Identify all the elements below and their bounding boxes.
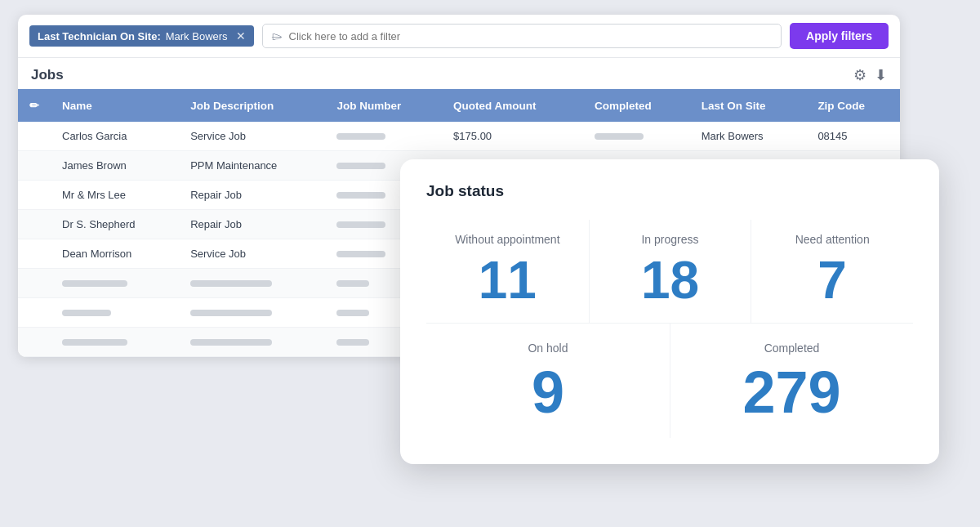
row-edit-icon[interactable] — [18, 181, 51, 210]
row-edit-icon[interactable] — [18, 151, 51, 181]
job-number-col-header[interactable]: Job Number — [325, 89, 442, 122]
status-need-attention: Need attention 7 — [751, 220, 913, 323]
download-icon[interactable]: ⬇ — [875, 66, 887, 84]
row-name: Dr S. Shepherd — [51, 210, 179, 239]
row-name: Carlos Garcia — [51, 122, 179, 151]
status-on-hold: On hold 9 — [426, 324, 670, 438]
filter-tag-value: Mark Bowers — [166, 30, 228, 42]
job-status-card: Job status Without appointment 11 In pro… — [400, 159, 939, 464]
status-bottom-row: On hold 9 Completed 279 — [426, 324, 913, 438]
row-zip-code: 08145 — [806, 122, 900, 151]
need-attention-value: 7 — [761, 254, 903, 306]
apply-filters-button[interactable]: Apply filters — [790, 23, 889, 49]
jobs-actions: ⚙ ⬇ — [853, 66, 887, 84]
row-name: Mr & Mrs Lee — [51, 181, 179, 210]
status-completed: Completed 279 — [670, 324, 913, 438]
without-appointment-value: 11 — [436, 254, 579, 306]
row-edit-icon[interactable] — [18, 122, 51, 151]
in-progress-value: 18 — [599, 254, 742, 306]
row-description: Repair Job — [179, 210, 325, 239]
row-quoted-amount: $175.00 — [442, 122, 583, 151]
table-header-row: ✏ Name Job Description Job Number Quoted… — [18, 89, 900, 122]
row-name: James Brown — [51, 151, 179, 181]
filter-settings-icon[interactable]: ⚙ — [853, 66, 866, 84]
row-completed — [583, 122, 690, 151]
row-edit-icon[interactable] — [18, 239, 51, 269]
row-name: Dean Morrison — [51, 239, 179, 269]
edit-col-header: ✏ — [18, 89, 51, 122]
status-without-appointment: Without appointment 11 — [426, 220, 589, 323]
last-on-site-col-header[interactable]: Last On Site — [690, 89, 807, 122]
job-status-title: Job status — [426, 182, 913, 200]
row-last-on-site: Mark Bowers — [690, 122, 807, 151]
quoted-amount-col-header[interactable]: Quoted Amount — [442, 89, 583, 122]
row-description: Repair Job — [179, 181, 325, 210]
status-in-progress: In progress 18 — [589, 220, 751, 323]
completed-label: Completed — [680, 342, 903, 355]
filter-tag[interactable]: Last Technician On Site: Mark Bowers ✕ — [29, 25, 254, 47]
zip-code-col-header[interactable]: Zip Code — [806, 89, 900, 122]
row-job-number — [325, 122, 442, 151]
row-description: Service Job — [179, 122, 325, 151]
status-top-row: Without appointment 11 In progress 18 Ne… — [426, 220, 913, 324]
need-attention-label: Need attention — [761, 233, 903, 246]
table-row: Carlos Garcia Service Job $175.00 Mark B… — [18, 122, 900, 151]
filter-remove-icon[interactable]: ✕ — [236, 29, 246, 42]
main-container: Last Technician On Site: Mark Bowers ✕ ⌲… — [0, 0, 980, 527]
completed-col-header[interactable]: Completed — [583, 89, 690, 122]
jobs-title: Jobs — [31, 67, 64, 83]
row-description: PPM Maintenance — [179, 151, 325, 181]
in-progress-label: In progress — [599, 233, 742, 246]
name-col-header[interactable]: Name — [51, 89, 179, 122]
on-hold-value: 9 — [436, 363, 660, 422]
completed-value: 279 — [680, 363, 903, 422]
on-hold-label: On hold — [436, 342, 660, 355]
filter-funnel-icon: ⌲ — [271, 29, 283, 42]
edit-icon[interactable]: ✏ — [29, 100, 39, 112]
jobs-title-bar: Jobs ⚙ ⬇ — [18, 58, 900, 89]
filter-input[interactable] — [289, 30, 773, 42]
filter-bar: Last Technician On Site: Mark Bowers ✕ ⌲… — [18, 15, 900, 58]
filter-input-wrap[interactable]: ⌲ — [262, 24, 782, 48]
row-edit-icon[interactable] — [18, 210, 51, 239]
job-description-col-header[interactable]: Job Description — [179, 89, 325, 122]
row-description: Service Job — [179, 239, 325, 269]
filter-tag-label: Last Technician On Site: — [38, 30, 161, 42]
without-appointment-label: Without appointment — [436, 233, 579, 246]
